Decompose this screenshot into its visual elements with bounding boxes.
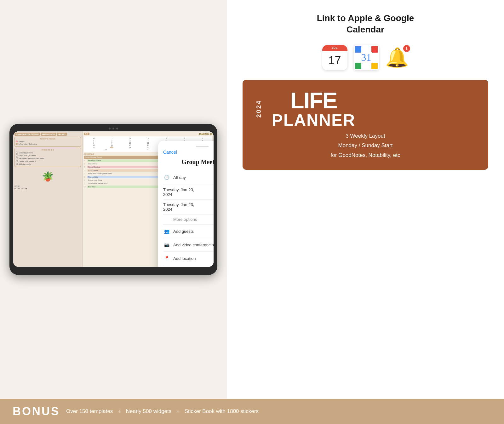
bonus-desc3: Sticker Book with 1800 stickers — [185, 408, 259, 415]
life-label: LIFE — [272, 89, 355, 112]
apple-calendar-icon: JUL 17 — [322, 45, 347, 70]
add-guests-row[interactable]: 👥 Add guests — [163, 225, 214, 238]
planner-label: PLANNER — [272, 112, 355, 128]
life-planner-title: LIFE PLANNER — [266, 89, 355, 128]
add-location-row[interactable]: 📍 Add location — [163, 252, 214, 265]
month-label: JANUARY 23 — [199, 133, 212, 135]
location-icon: 📍 — [163, 255, 170, 262]
today-focus-title: TODAY'S FOCUS — [16, 138, 80, 140]
tablet-section: ONLINE SHOPPING TRACKER MEETING NOTES KE… — [0, 0, 227, 399]
focus-item-1: Design — [19, 140, 25, 142]
google-cal-day: 31 — [361, 52, 371, 63]
tab-key[interactable]: KEY DAT... — [57, 133, 67, 136]
datetime-start-row[interactable]: Tuesday, Jan 23,2024 10:00 — [163, 185, 214, 200]
notification-row[interactable]: 🔔 30 minutes before Add another notifica… — [163, 265, 214, 267]
bell-badge: 1 — [403, 45, 410, 52]
work-item-4: Design draft version 1 — [19, 160, 36, 162]
calendar-popup: Cancel Save Group Meeting 🕐 All-day — [158, 141, 214, 267]
start-line: Monday / Sunday Start — [255, 141, 476, 151]
add-location-label: Add location — [173, 256, 214, 261]
year-label: 2024 — [255, 100, 262, 118]
start-date: Tuesday, Jan 23,2024 — [163, 187, 194, 197]
planner-stats: MONEY IN 125 OUT 78 — [14, 185, 81, 190]
add-video-row[interactable]: 📷 Add video conferencing — [163, 238, 214, 252]
allday-row: 🕐 All-day — [163, 170, 214, 185]
bonus-desc1: Over 150 templates — [66, 408, 113, 415]
apple-cal-month: JUL — [322, 45, 347, 51]
focus-item-2: Information Gathering — [19, 143, 37, 145]
product-section: Link to Apple & GoogleCalendar JUL 17 31 — [227, 0, 504, 399]
handle-bar — [196, 146, 209, 147]
cancel-button[interactable]: Cancel — [163, 150, 177, 155]
tablet-screen: ONLINE SHOPPING TRACKER MEETING NOTES KE… — [13, 131, 214, 267]
google-calendar-icon: 31 — [354, 45, 379, 70]
guests-icon: 👥 — [163, 228, 170, 235]
work-item-2: Prep. 2024 Q4 Report — [19, 155, 36, 157]
work-item-1: Gathering material — [19, 152, 33, 154]
allday-label: All-day — [173, 175, 186, 180]
event-title: Group Meeting — [163, 158, 214, 166]
tablet-device: ONLINE SHOPPING TRACKER MEETING NOTES KE… — [9, 124, 217, 275]
tab-shopping[interactable]: ONLINE SHOPPING TRACKER — [14, 133, 40, 136]
link-title: Link to Apple & GoogleCalendar — [243, 13, 488, 36]
bonus-label: BONUS — [13, 405, 60, 418]
work-item-5: Website modify — [19, 163, 31, 165]
tab-meeting[interactable]: MEETING NOTES — [41, 133, 56, 136]
work-item-3: Set Project A meeting next week — [19, 158, 44, 159]
apple-cal-day: 17 — [322, 51, 347, 70]
add-video-label: Add video conferencing — [173, 243, 214, 247]
brown-panel: 2024 LIFE PLANNER 3 Weekly Layout Monday… — [243, 80, 488, 170]
video-icon: 📷 — [163, 241, 170, 248]
clock-icon: 🕐 — [163, 174, 170, 181]
work-todo-title: WORK TO DO — [16, 149, 80, 151]
datetime-end-row[interactable]: Tuesday, Jan 23,2024 11:00 — [163, 200, 214, 215]
bottom-banner: BONUS Over 150 templates + Nearly 500 wi… — [0, 399, 504, 424]
add-guests-label: Add guests — [173, 229, 214, 234]
more-options-link[interactable]: More options — [163, 215, 214, 225]
bell-wrapper: 🔔 1 — [385, 46, 409, 69]
date-badge: TUE — [84, 133, 89, 135]
planner-left: ONLINE SHOPPING TRACKER MEETING NOTES KE… — [13, 131, 83, 267]
calendar-icons-row: JUL 17 31 🔔 1 — [243, 45, 488, 70]
plant-decoration: 🪴 — [40, 168, 56, 184]
layout-line: 3 Weekly Layout — [255, 131, 476, 141]
panel-subtitle: 3 Weekly Layout Monday / Sunday Start fo… — [255, 131, 476, 160]
end-date: Tuesday, Jan 23,2024 — [163, 202, 194, 212]
bonus-desc2: Nearly 500 widgets — [126, 408, 172, 415]
apps-line: for GoodNotes, Notability, etc — [255, 151, 476, 160]
